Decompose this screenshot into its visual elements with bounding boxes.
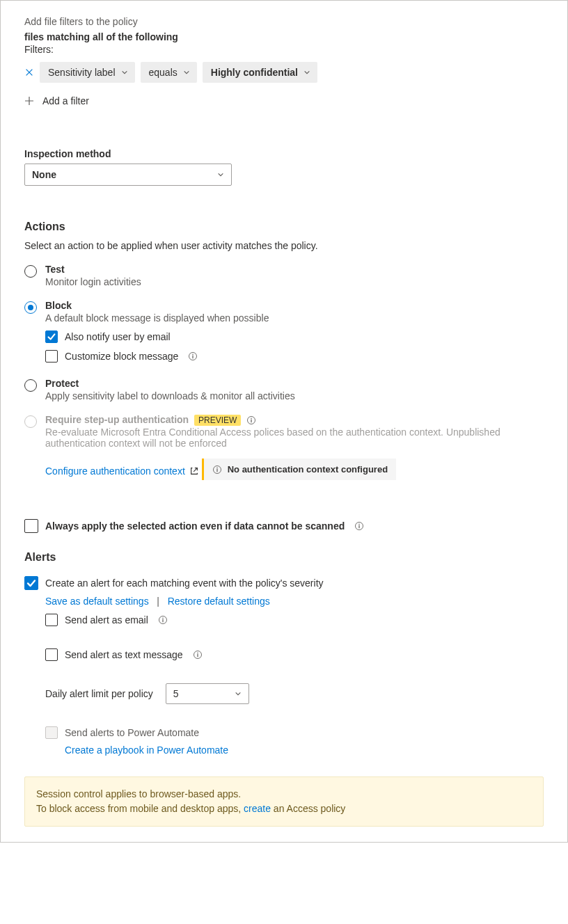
power-automate-label: Send alerts to Power Automate bbox=[65, 727, 199, 738]
chevron-down-icon bbox=[217, 171, 224, 178]
notify-email-label: Also notify user by email bbox=[65, 331, 171, 342]
external-link-icon bbox=[189, 466, 199, 476]
action-option-block[interactable]: Block A default block message is display… bbox=[24, 300, 544, 324]
action-test-title: Test bbox=[45, 264, 141, 275]
actions-section-title: Actions bbox=[24, 221, 544, 233]
send-sms-label: Send alert as text message bbox=[65, 649, 183, 660]
action-stepup-sub: Re-evaluate Microsoft Entra Conditional … bbox=[45, 427, 544, 449]
radio-protect[interactable] bbox=[24, 379, 37, 392]
create-alert-label: Create an alert for each matching event … bbox=[45, 578, 324, 589]
send-sms-checkbox-row[interactable]: Send alert as text message bbox=[45, 648, 544, 661]
inspection-method-select[interactable]: None bbox=[24, 164, 232, 186]
customize-message-label: Customize block message bbox=[65, 351, 178, 362]
send-email-checkbox-row[interactable]: Send alert as email bbox=[45, 614, 544, 626]
plus-icon bbox=[24, 96, 34, 106]
power-automate-checkbox-row: Send alerts to Power Automate bbox=[45, 726, 544, 739]
add-filter-button[interactable]: Add a filter bbox=[24, 95, 544, 106]
actions-desc: Select an action to be applied when user… bbox=[24, 240, 544, 251]
chevron-down-icon bbox=[235, 690, 242, 697]
separator: | bbox=[152, 596, 165, 607]
filters-label: Filters: bbox=[24, 44, 544, 55]
radio-stepup bbox=[24, 415, 37, 428]
chevron-down-icon bbox=[303, 69, 310, 76]
inspection-method-label: Inspection method bbox=[24, 148, 544, 159]
preview-badge: PREVIEW bbox=[194, 415, 241, 426]
action-block-sub: A default block message is displayed whe… bbox=[45, 312, 269, 324]
daily-limit-row: Daily alert limit per policy 5 bbox=[45, 683, 544, 704]
action-block-title: Block bbox=[45, 300, 269, 311]
radio-block[interactable] bbox=[24, 301, 37, 314]
checkbox-notify-email[interactable] bbox=[45, 330, 58, 343]
session-control-note: Session control applies to browser-based… bbox=[24, 776, 544, 827]
filter-op-label: equals bbox=[149, 67, 178, 78]
checkbox-send-email[interactable] bbox=[45, 614, 58, 626]
action-test-sub: Monitor login activities bbox=[45, 276, 141, 287]
alerts-section-title: Alerts bbox=[24, 551, 544, 564]
info-icon bbox=[212, 465, 222, 475]
always-apply-label: Always apply the selected action even if… bbox=[45, 520, 345, 532]
create-access-policy-link[interactable]: create bbox=[244, 803, 271, 814]
policy-settings-panel: Add file filters to the policy files mat… bbox=[0, 0, 568, 843]
radio-test[interactable] bbox=[24, 265, 37, 278]
filter-value-label: Highly confidential bbox=[211, 67, 298, 78]
action-option-test[interactable]: Test Monitor login activities bbox=[24, 264, 544, 287]
checkbox-power-automate bbox=[45, 726, 58, 739]
checkbox-always-apply[interactable] bbox=[24, 519, 38, 533]
create-alert-checkbox-row[interactable]: Create an alert for each matching event … bbox=[24, 576, 544, 590]
inspection-method-value: None bbox=[32, 169, 56, 180]
filters-header: Add file filters to the policy bbox=[24, 16, 544, 27]
action-stepup-title: Require step-up authentication PREVIEW bbox=[45, 414, 544, 425]
restore-default-settings-link[interactable]: Restore default settings bbox=[168, 596, 270, 607]
always-apply-checkbox-row[interactable]: Always apply the selected action even if… bbox=[24, 519, 544, 533]
checkbox-customize-message[interactable] bbox=[45, 350, 58, 363]
auth-context-warning-text: No authentication context configured bbox=[228, 464, 388, 475]
action-protect-title: Protect bbox=[45, 378, 295, 389]
note-line2: To block access from mobile and desktop … bbox=[36, 802, 532, 816]
configure-auth-context-link[interactable]: Configure authentication context bbox=[45, 465, 199, 477]
action-option-protect[interactable]: Protect Apply sensitivity label to downl… bbox=[24, 378, 544, 401]
daily-limit-label: Daily alert limit per policy bbox=[45, 688, 153, 699]
send-email-label: Send alert as email bbox=[65, 614, 148, 626]
checkbox-create-alert[interactable] bbox=[24, 576, 38, 590]
daily-limit-value: 5 bbox=[173, 688, 179, 699]
daily-limit-select[interactable]: 5 bbox=[166, 683, 249, 704]
filter-field-label: Sensitivity label bbox=[48, 67, 116, 78]
create-playbook-link[interactable]: Create a playbook in Power Automate bbox=[65, 744, 228, 756]
chevron-down-icon bbox=[121, 69, 128, 76]
notify-email-checkbox-row[interactable]: Also notify user by email bbox=[45, 330, 544, 343]
filter-value-chip[interactable]: Highly confidential bbox=[203, 62, 317, 83]
add-filter-label: Add a filter bbox=[42, 95, 89, 106]
action-option-stepup: Require step-up authentication PREVIEW R… bbox=[24, 414, 544, 480]
info-icon[interactable] bbox=[193, 650, 203, 660]
chevron-down-icon bbox=[183, 69, 190, 76]
customize-message-checkbox-row[interactable]: Customize block message bbox=[45, 350, 544, 363]
filter-field-chip[interactable]: Sensitivity label bbox=[40, 62, 135, 83]
filter-row: Sensitivity label equals Highly confiden… bbox=[24, 62, 544, 83]
note-line1: Session control applies to browser-based… bbox=[36, 787, 532, 802]
info-icon[interactable] bbox=[354, 521, 364, 531]
filters-matching: files matching all of the following bbox=[24, 31, 544, 42]
remove-filter-icon[interactable] bbox=[24, 67, 34, 77]
action-protect-sub: Apply sensitivity label to downloads & m… bbox=[45, 390, 295, 401]
filter-op-chip[interactable]: equals bbox=[141, 62, 197, 83]
save-default-settings-link[interactable]: Save as default settings bbox=[45, 596, 149, 607]
info-icon[interactable] bbox=[158, 615, 168, 625]
checkbox-send-sms[interactable] bbox=[45, 648, 58, 661]
auth-context-warning: No authentication context configured bbox=[202, 459, 396, 480]
info-icon[interactable] bbox=[188, 351, 198, 361]
info-icon[interactable] bbox=[246, 415, 256, 425]
